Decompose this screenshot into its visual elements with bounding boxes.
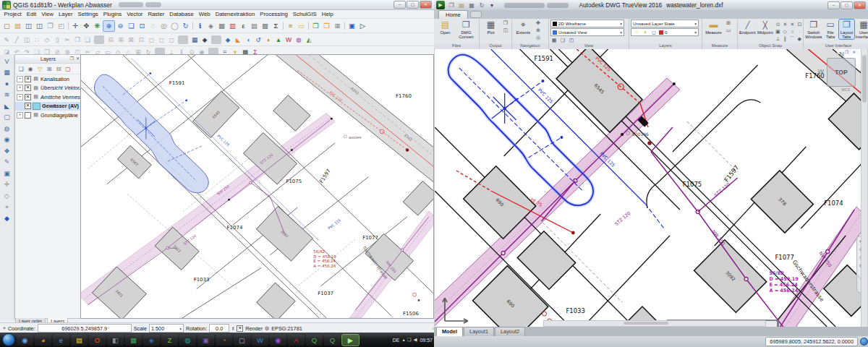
osnap-icon[interactable]: ◇ [782, 28, 788, 35]
toolbar-icon[interactable]: ◣ [2, 101, 12, 111]
visual-style-dropdown[interactable]: 2D Wireframe [550, 20, 624, 27]
viewport-icon[interactable]: ❏ [559, 37, 566, 43]
toolbar-icon[interactable]: ▦ [2, 68, 12, 77]
open-button[interactable]: ▤Open [435, 20, 455, 35]
quick-access-icon[interactable]: ❐ [447, 1, 456, 9]
toolbar-icon[interactable]: ❒ [321, 21, 332, 31]
taskbar-app-icon[interactable]: A [288, 335, 305, 346]
toolbar-icon[interactable]: ▩ [260, 21, 271, 31]
toolbar-icon[interactable]: ◰ [56, 21, 67, 31]
toolbar-icon[interactable]: ≋ [2, 90, 12, 100]
toolbar-icon[interactable]: ◍ [2, 124, 12, 133]
toolbar-icon[interactable]: ╱ [12, 35, 22, 44]
toolbar-icon[interactable]: ✎ [1, 35, 12, 44]
menu-item[interactable]: Project [1, 11, 24, 17]
orbit-icon[interactable]: ◎ [535, 34, 542, 40]
horizontal-scrollbar[interactable] [543, 320, 766, 327]
toolbar-icon[interactable]: ◯ [169, 21, 180, 31]
menu-item[interactable]: Datenextraktion [213, 11, 258, 17]
preview-icon[interactable]: ◫ [502, 27, 509, 33]
toolbar-icon[interactable]: W [284, 35, 294, 44]
coordinate-input[interactable]: 696029.5,249857.9 [38, 324, 132, 333]
taskbar-app-icon[interactable]: ▢ [234, 335, 250, 346]
toolbar-icon[interactable] [211, 35, 221, 44]
panel-float-icon[interactable]: ❐ [70, 56, 74, 61]
osnap-icon[interactable]: ✕ [782, 21, 788, 27]
window-button[interactable]: ▢ [407, 1, 419, 9]
clock[interactable]: 09:57 [420, 338, 433, 343]
layer-checkbox[interactable] [25, 76, 31, 82]
toolbar-icon[interactable]: ✎ [2, 158, 12, 167]
zoom-icon[interactable]: ⊕ [535, 27, 542, 33]
midpoint-button[interactable]: ╳Midpoint [757, 20, 773, 35]
start-button[interactable] [2, 333, 15, 346]
window-button[interactable]: ▢ [841, 1, 853, 9]
toolbar-icon[interactable]: ◇ [42, 35, 52, 44]
toolbar-icon[interactable] [94, 35, 104, 44]
layout-tab[interactable]: Model [436, 327, 463, 336]
toolbar-icon[interactable] [283, 22, 284, 30]
quick-measure-icon[interactable]: ⊞ [725, 20, 732, 26]
ribbon-options-button[interactable] [470, 11, 482, 18]
language-indicator[interactable]: DE [393, 338, 400, 343]
toolbar-icon[interactable]: ◖ [243, 35, 253, 44]
toolbar-icon[interactable]: ▦ [216, 21, 227, 31]
toolbar-icon[interactable]: ▭ [296, 21, 307, 31]
toolbar-icon[interactable]: ⊠ [126, 35, 136, 44]
quick-access-icon[interactable]: ▦ [467, 1, 476, 9]
menu-item[interactable]: Settings [75, 11, 101, 17]
taskbar-app-icon[interactable]: Q [324, 335, 341, 346]
toolbar-icon[interactable]: ◫ [34, 21, 45, 31]
trueview-logo-icon[interactable]: ▶ [436, 1, 445, 9]
panel-close-icon[interactable]: ✕ [76, 56, 80, 61]
menu-item[interactable]: Web [196, 11, 213, 17]
render-checkbox[interactable] [237, 325, 243, 332]
window-button[interactable]: – [827, 1, 840, 9]
window-button[interactable]: ✕ [420, 1, 432, 9]
batch-plot-icon[interactable]: ❐ [502, 20, 509, 26]
osnap-icon[interactable]: ⌒ [789, 35, 796, 42]
osnap-icon[interactable]: ∥ [782, 35, 788, 42]
osnap-icon[interactable]: ⊡ [796, 21, 803, 27]
pan-icon[interactable]: ✥ [535, 20, 542, 26]
taskbar-app-icon[interactable]: Z [161, 335, 178, 346]
toolbar-icon[interactable]: ⌖ [2, 202, 12, 212]
expander-icon[interactable] [17, 76, 23, 82]
osnap-icon[interactable]: ▣ [775, 28, 781, 35]
named-views-icon[interactable]: ▦ [550, 37, 558, 43]
layer-checkbox[interactable] [25, 103, 31, 109]
osnap-icon[interactable]: ∙ [796, 28, 803, 35]
toolbar-icon[interactable]: ◭ [304, 35, 314, 44]
toolbar-icon[interactable] [68, 22, 69, 30]
window-icon[interactable]: ◫ [568, 37, 575, 43]
expander-icon[interactable] [17, 112, 23, 119]
toolbar-icon[interactable]: ▲ [273, 35, 284, 44]
taskbar-app-icon[interactable]: O [89, 335, 106, 346]
toolbar-icon[interactable]: ◆ [223, 35, 233, 44]
toolbar-icon[interactable]: ◉ [2, 135, 12, 145]
menu-item[interactable]: Layer [56, 11, 75, 17]
toolbar-icon[interactable] [178, 35, 188, 44]
toolbar-icon[interactable]: V [2, 56, 12, 66]
osnap-icon[interactable]: ⊙ [775, 21, 781, 27]
quick-access-icon[interactable]: ↻ [477, 1, 486, 9]
toolbar-icon[interactable]: ▥ [227, 21, 238, 31]
toolbar-icon[interactable]: ✛ [70, 21, 81, 31]
menu-item[interactable]: Vector [124, 11, 145, 17]
layer-item[interactable]: ▤ Amtliche Vermessung [15, 93, 81, 102]
osnap-icon[interactable]: ⊥ [775, 35, 781, 42]
toolbar-icon[interactable]: ▢ [64, 65, 72, 73]
layer-item[interactable]: ▤ Übersicht Vektor25 [15, 84, 81, 93]
toolbar-icon[interactable]: ✂ [62, 35, 72, 44]
taskbar-app-icon[interactable]: ▣ [197, 335, 214, 346]
toolbar-icon[interactable]: ⊡ [136, 35, 146, 44]
toolbar-icon[interactable]: ✥ [81, 21, 92, 31]
menu-item[interactable]: Database [167, 11, 196, 17]
menu-item[interactable]: Edit [24, 11, 38, 17]
layout-tab[interactable]: Layout2 [495, 327, 525, 336]
taskbar-app-icon[interactable]: ▤ [71, 335, 88, 346]
toolbar-icon[interactable]: ❖ [2, 146, 12, 155]
toolbar-icon[interactable]: ❏ [126, 21, 137, 31]
quick-access-icon[interactable]: ▾ [488, 1, 496, 9]
toolbar-icon[interactable]: ◻ [166, 35, 176, 44]
